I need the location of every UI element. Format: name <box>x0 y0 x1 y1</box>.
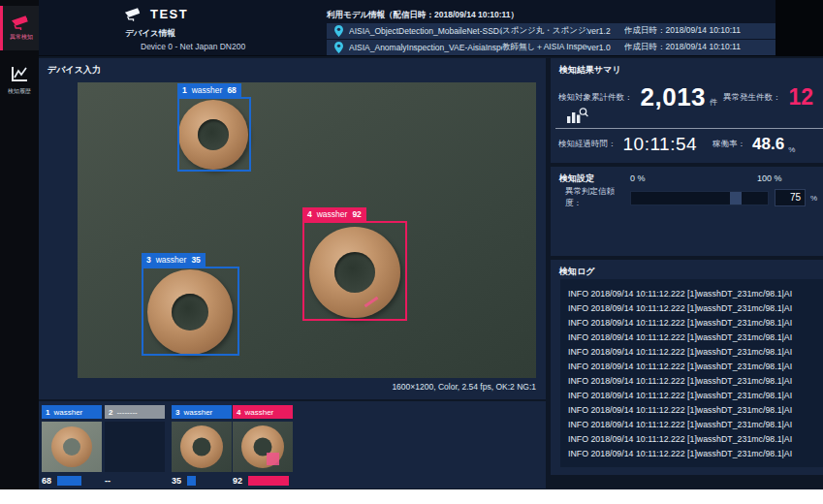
thumbnail-2-image <box>105 422 165 472</box>
detection-bbox-3-label: 3 wassher 35 <box>142 253 206 267</box>
detection-class: wassher <box>192 85 223 95</box>
detection-score: 35 <box>191 255 200 265</box>
log-entry-detail: DT_231mc/98.1|AI <box>721 289 792 299</box>
map-pin-icon <box>334 42 343 53</box>
sidebar-item-label: 検知履歴 <box>8 87 31 95</box>
detection-score: 68 <box>227 85 236 95</box>
thumb-id: 2 <box>109 408 112 417</box>
sidebar-item-anomaly-detection[interactable]: 異常検知 <box>0 6 39 50</box>
map-pin-icon <box>334 25 343 37</box>
slider-min-label: 0 % <box>630 173 646 183</box>
device-name: Device 0 - Net Japan DN200 <box>141 42 245 51</box>
log-entry-detail: DT_231mc/98.1|AI <box>721 332 792 342</box>
sidebar-item-detection-history[interactable]: 検知履歴 <box>0 56 39 105</box>
operating-rate-value: 48.6 <box>752 135 784 154</box>
detection-log-panel: 検知ログ INFO 2018/09/14 10:11:12.222 [1]was… <box>551 260 823 475</box>
thumb-score-bar <box>187 476 196 486</box>
thumb-label: wassher <box>183 408 212 417</box>
thumb-id: 1 <box>46 408 49 417</box>
thumb-label: wassher <box>244 408 273 417</box>
thumbnail-3-image <box>172 422 232 472</box>
total-count-label: 検知対象累計件数： <box>558 92 633 104</box>
thumbnail-4-image <box>233 422 293 472</box>
log-entry: INFO 2018/09/14 10:11:12.222 [1]wassher … <box>568 286 823 300</box>
thumbnail-3[interactable]: 3 wassher 35 <box>172 405 232 485</box>
operating-rate-unit: % <box>788 145 795 154</box>
log-entry-detail: DT_231mc/98.1|AI <box>721 318 792 328</box>
history-chart-icon <box>9 65 30 84</box>
thumb-id: 3 <box>175 408 179 417</box>
thumb-score-bar <box>57 476 81 486</box>
thumb-id: 4 <box>237 408 240 417</box>
model-name: AISIA_ObjectDetection_MobaileNet-SSD@FT_… <box>349 26 502 36</box>
log-entry-time: INFO 2018/09/14 10:11:12.222 [1]wassher <box>568 405 721 415</box>
detection-bbox-1-label: 1 wassher 68 <box>177 83 241 97</box>
log-entry: INFO 2018/09/14 10:11:12.222 [1]wassher … <box>568 417 823 431</box>
model-target: 教師無し＋AISIA Inspector <box>502 42 587 53</box>
defect-mark <box>267 453 279 465</box>
confidence-value-field[interactable]: 75 <box>775 189 806 206</box>
thumbnail-3-header: 3 wassher <box>172 405 232 419</box>
log-entry-time: INFO 2018/09/14 10:11:12.222 [1]wassher <box>568 420 721 429</box>
total-count-unit: 件 <box>710 97 717 108</box>
thumbnail-strip: 1 wassher 68 2 -------- -- <box>39 401 546 488</box>
log-entry-detail: DT_231mc/98.1|AI <box>721 434 792 444</box>
app-window: 異常検知 検知履歴 TEST デバイス情報 Device 0 - Net Jap… <box>0 0 823 489</box>
elapsed-time-value: 10:11:54 <box>623 134 698 155</box>
thumbnail-1-header: 1 wassher <box>42 405 102 419</box>
detection-class: wassher <box>156 255 187 265</box>
log-list[interactable]: INFO 2018/09/14 10:11:12.222 [1]wassher … <box>560 279 823 467</box>
camera-view: 1 wassher 68 3 wassher 35 4 wassher 92 <box>78 82 536 378</box>
log-entry: INFO 2018/09/14 10:11:12.222 [1]wassher … <box>568 373 823 388</box>
thumbnail-2[interactable]: 2 -------- -- <box>105 405 165 485</box>
log-entry: INFO 2018/09/14 10:11:12.222 [1]wassher … <box>568 315 823 330</box>
operating-rate-label: 稼働率： <box>712 139 745 150</box>
thumb-score: -- <box>105 476 117 486</box>
log-entry: INFO 2018/09/14 10:11:12.222 [1]wassher … <box>568 446 823 460</box>
confidence-unit: % <box>810 194 817 203</box>
log-entry-time: INFO 2018/09/14 10:11:12.222 [1]wassher <box>568 332 721 342</box>
thumbnail-1[interactable]: 1 wassher 68 <box>42 405 102 485</box>
chart-magnifier-icon[interactable] <box>566 107 589 126</box>
page-title: TEST <box>150 7 188 21</box>
detection-id: 4 <box>307 209 312 219</box>
detection-bbox-4 <box>302 221 407 321</box>
log-entry: INFO 2018/09/14 10:11:12.222 [1]wassher … <box>568 388 823 402</box>
log-entry-time: INFO 2018/09/14 10:11:12.222 [1]wassher <box>568 289 721 299</box>
log-title: 検知ログ <box>559 266 594 278</box>
log-entry-time: INFO 2018/09/14 10:11:12.222 [1]wassher <box>568 376 721 386</box>
log-entry-detail: DT_231mc/98.1|AI <box>721 420 792 429</box>
log-entry: INFO 2018/09/14 10:11:12.222 [1]wassher … <box>568 344 823 359</box>
thumb-label: -------- <box>116 408 137 417</box>
elapsed-time-label: 検知経過時間： <box>558 139 617 150</box>
log-entry-time: INFO 2018/09/14 10:11:12.222 [1]wassher <box>568 347 721 357</box>
total-count-value: 2,013 <box>641 82 707 112</box>
detection-bbox-4-label: 4 wassher 92 <box>302 207 366 221</box>
thumbnail-4-header: 4 wassher <box>233 405 293 419</box>
confidence-slider-thumb[interactable] <box>730 192 742 205</box>
anomaly-count-label: 異常発生件数： <box>723 92 781 104</box>
detection-id: 3 <box>146 255 151 265</box>
log-entry-time: INFO 2018/09/14 10:11:12.222 [1]wassher <box>568 434 721 444</box>
detection-id: 1 <box>182 85 187 95</box>
model-version: ver1.2 <box>587 26 624 36</box>
thumb-score: 68 <box>42 476 54 486</box>
model-info-title: 利用モデル情報（配信日時：2018/09/14 10:10:11） <box>327 10 519 21</box>
confidence-slider[interactable] <box>630 191 769 205</box>
log-entry: INFO 2018/09/14 10:11:12.222 [1]wassher … <box>568 402 823 417</box>
log-entry: INFO 2018/09/14 10:11:12.222 [1]wassher … <box>568 300 823 315</box>
log-entry-detail: DT_231mc/98.1|AI <box>721 303 792 313</box>
log-entry-time: INFO 2018/09/14 10:11:12.222 [1]wassher <box>568 318 721 328</box>
detection-class: wassher <box>317 209 348 219</box>
detection-score: 92 <box>352 209 361 219</box>
detection-summary-panel: 検知結果サマリ 検知対象累計件数： 2,013 件 異常発生件数： 12 検知経… <box>551 58 823 163</box>
thumbnail-4[interactable]: 4 wassher 92 <box>233 405 293 485</box>
log-entry: INFO 2018/09/14 10:11:12.222 [1]wassher … <box>568 359 823 373</box>
detection-settings-panel: 検知設定 0 % 100 % 異常判定信頼度： 75 % <box>551 167 823 256</box>
log-entry-detail: DT_231mc/98.1|AI <box>721 391 792 400</box>
model-created: 作成日時：2018/09/14 10:10:11 <box>624 25 776 37</box>
model-created: 作成日時：2018/09/14 10:10:11 <box>624 42 776 53</box>
summary-title: 検知結果サマリ <box>559 64 621 77</box>
slider-max-label: 100 % <box>757 173 782 183</box>
device-info-label: デバイス情報 <box>125 28 175 40</box>
